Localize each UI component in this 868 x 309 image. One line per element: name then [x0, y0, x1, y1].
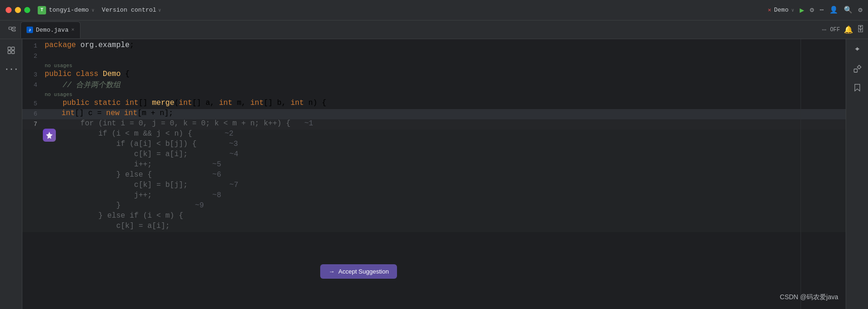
line-content-4: // 合并两个数组: [45, 80, 846, 90]
run-button[interactable]: ▶: [800, 6, 804, 15]
left-sidebar: ···: [0, 39, 22, 309]
suggestion-line-2: if (a[i] < b[j]) { ~3: [22, 140, 846, 150]
vcs-chevron-icon: ∨: [158, 7, 161, 13]
watermark: CSDN @码农爱java: [780, 293, 838, 302]
suggestion-line-num-4: [22, 160, 37, 171]
minimize-button[interactable]: [15, 7, 21, 13]
suggestion-line-10: c[k] = a[i];: [22, 222, 846, 232]
title-bar-right: ✕ Demo ∨ ▶ ⚙ ⋯ 👤 🔍 ⚙: [768, 6, 862, 15]
database-icon[interactable]: 🗄: [857, 25, 864, 34]
close-button[interactable]: [6, 7, 12, 13]
line-content-5: public static int[] merge(int[] a, int m…: [45, 99, 846, 107]
line-number-1: 1: [22, 41, 37, 51]
more-options-icon[interactable]: ⋯: [820, 6, 824, 14]
suggestion-line-9: } else if (i < m) {: [22, 212, 846, 222]
traffic-lights: [6, 7, 30, 13]
line-content-3: public class Demo {: [45, 70, 846, 78]
editor-area: 1 package org.example; 2 no usages 3 pub…: [22, 39, 846, 309]
suggestion-line-5: } else { ~6: [22, 171, 846, 181]
suggestion-content-4: i++; ~5: [45, 160, 846, 169]
suggestion-content-10: c[k] = a[i];: [45, 222, 846, 230]
tab-close-button[interactable]: ×: [71, 27, 74, 33]
svg-rect-0: [9, 27, 12, 29]
suggestion-line-num-3: [22, 150, 37, 160]
code-line-7: 7 for (int i = 0, j = 0, k = 0; k < m + …: [22, 119, 846, 130]
project-name-label: tongyi-demo: [49, 7, 89, 14]
suggestion-line-num-7: [22, 191, 37, 201]
no-usages-2: no usages: [22, 90, 846, 99]
main-layout: ··· 1 package org.example; 2: [0, 39, 868, 309]
suggestion-content-5: } else { ~6: [45, 171, 846, 179]
account-icon[interactable]: 👤: [829, 6, 838, 14]
suggestion-content-3: c[k] = a[i]; ~4: [45, 150, 846, 158]
notifications-icon[interactable]: 🔔: [844, 25, 853, 34]
line-content-2: [45, 51, 846, 60]
no-usages-1: no usages: [22, 62, 846, 70]
accept-suggestion-label: Accept Suggestion: [338, 268, 389, 275]
svg-rect-2: [13, 30, 15, 31]
maximize-button[interactable]: [24, 7, 30, 13]
suggestion-content-2: if (a[i] < b[j]) { ~3: [45, 140, 846, 148]
line-number-3: 3: [22, 70, 37, 80]
sidebar-icon-structure[interactable]: [4, 43, 19, 58]
ai-assistant-icon[interactable]: [850, 43, 865, 58]
suggestion-line-num-2: [22, 140, 37, 150]
svg-rect-10: [854, 69, 857, 72]
suggestion-line-num-5: [22, 171, 37, 181]
java-file-icon: J: [27, 27, 33, 33]
file-tree-toggle[interactable]: [4, 21, 20, 38]
code-line-2: 2: [22, 51, 846, 62]
editor-toolbar: ⋯ OFF 🔔 🗄: [822, 25, 864, 34]
search-icon[interactable]: 🔍: [844, 6, 853, 14]
svg-rect-6: [8, 47, 11, 50]
title-bar: T tongyi-demo ∨ Version control ∨ ✕ Demo…: [0, 0, 868, 21]
line-number-2: 2: [22, 51, 37, 62]
line-content-7: for (int i = 0, j = 0, k = 0; k < m + n;…: [45, 119, 846, 128]
build-icon[interactable]: ⚙: [810, 6, 814, 14]
project-icon: T: [38, 6, 46, 14]
plugin-icon[interactable]: [850, 62, 865, 76]
line-number-4: 4: [22, 80, 37, 90]
error-icon: ✕: [768, 7, 771, 14]
suggestion-content-7: j++; ~8: [45, 191, 846, 199]
tab-demo-java[interactable]: J Demo.java ×: [20, 21, 81, 38]
bookmarks-icon[interactable]: [850, 80, 865, 95]
line-number-5: 5: [22, 99, 37, 109]
svg-rect-9: [12, 51, 14, 54]
project-selector[interactable]: T tongyi-demo ∨: [38, 6, 94, 14]
suggestion-line-num-10: [22, 222, 37, 232]
right-sidebar: [846, 39, 868, 309]
run-config-chevron-icon: ∨: [791, 7, 794, 13]
suggestion-line-8: } ~9: [22, 201, 846, 212]
suggestion-line-3: c[k] = a[i]; ~4: [22, 150, 846, 160]
suggestion-content-1: if (i < m && j < n) { ~2: [45, 130, 846, 138]
suggestion-line-1: if (i < m && j < n) { ~2: [22, 130, 846, 140]
vcs-button[interactable]: Version control ∨: [102, 7, 161, 14]
suggestion-content-6: c[k] = b[j]; ~7: [45, 181, 846, 189]
code-line-6: 6 int[] c = new int[m + n];: [22, 109, 846, 119]
svg-rect-8: [8, 51, 11, 54]
suggestion-line-num-9: [22, 212, 37, 222]
suggestion-line-4: i++; ~5: [22, 160, 846, 171]
svg-rect-7: [12, 47, 14, 50]
svg-rect-1: [13, 27, 15, 28]
code-editor[interactable]: 1 package org.example; 2 no usages 3 pub…: [22, 39, 846, 309]
accept-arrow-icon: →: [329, 268, 335, 275]
editor-separator: [801, 39, 801, 309]
suggestion-line-num-8: [22, 201, 37, 212]
accept-suggestion-button[interactable]: → Accept Suggestion: [320, 264, 397, 279]
sidebar-icon-dots[interactable]: ···: [4, 62, 19, 76]
suggestion-line-7: j++; ~8: [22, 191, 846, 201]
tab-label: Demo.java: [36, 27, 68, 34]
line-content-6: int[] c = new int[m + n];: [45, 109, 846, 117]
more-tabs-icon[interactable]: ⋯: [822, 25, 827, 34]
suggestion-content-9: } else if (i < m) {: [45, 212, 846, 220]
ai-suggestion-icon[interactable]: [43, 129, 56, 142]
run-config-label: Demo: [774, 7, 788, 14]
settings-icon[interactable]: ⚙: [858, 6, 862, 14]
code-line-1: 1 package org.example;: [22, 41, 846, 51]
line-number-7: 7: [22, 119, 37, 130]
vcs-label: Version control: [102, 7, 156, 14]
line-number-6: 6: [22, 109, 37, 119]
off-badge: OFF: [830, 27, 840, 33]
